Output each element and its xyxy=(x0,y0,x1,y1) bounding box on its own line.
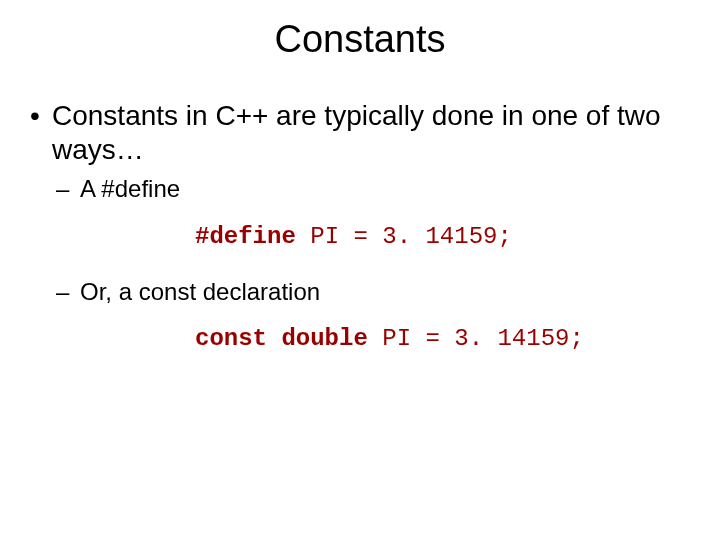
bullet-level2: Or, a const declaration xyxy=(52,276,690,307)
code-line-2: const double PI = 3. 14159; xyxy=(30,325,690,352)
code-rest: PI = 3. 14159; xyxy=(296,223,512,250)
slide: Constants Constants in C++ are typically… xyxy=(0,0,720,540)
code-keyword: const double xyxy=(195,325,368,352)
code-keyword: #define xyxy=(195,223,296,250)
code-line-1: #define PI = 3. 14159; xyxy=(30,223,690,250)
bullet-level2: A #define xyxy=(52,173,690,204)
code-rest: PI = 3. 14159; xyxy=(368,325,584,352)
slide-title: Constants xyxy=(0,0,720,71)
bullet-level1: Constants in C++ are typically done in o… xyxy=(30,99,690,167)
slide-body: Constants in C++ are typically done in o… xyxy=(0,71,720,352)
